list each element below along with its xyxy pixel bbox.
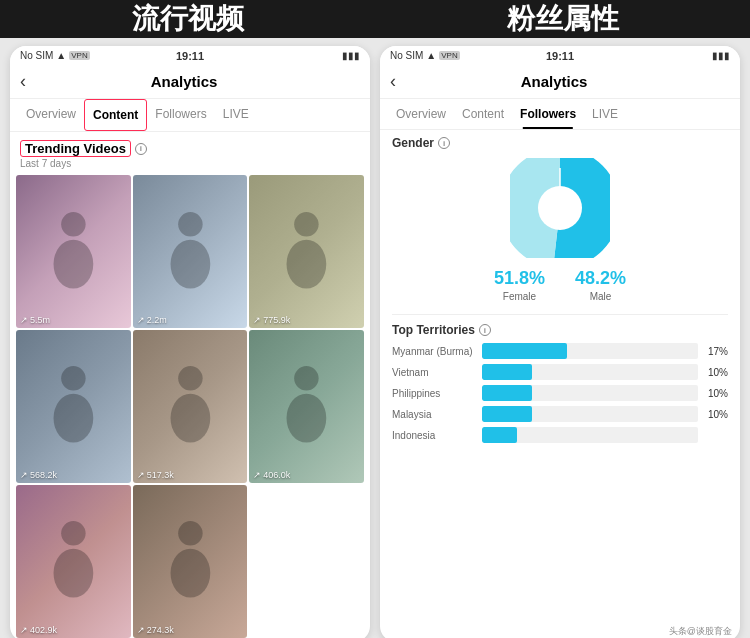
info-icon-trending: i (135, 143, 147, 155)
back-button-left[interactable]: ‹ (20, 71, 26, 92)
svg-point-6 (61, 367, 85, 391)
divider (392, 314, 728, 315)
section-title: Trending Videos i (20, 140, 360, 157)
svg-point-0 (61, 212, 85, 236)
video-thumb-1[interactable]: ↗ 2.2m (133, 175, 248, 328)
right-title: 粉丝属性 (507, 0, 619, 38)
info-icon-gender: i (438, 137, 450, 149)
video-grid: ↗ 5.5m↗ 2.2m↗ 775.9k↗ 568.2k↗ 517.3k↗ 40… (10, 171, 370, 638)
tab-content-right[interactable]: Content (454, 99, 512, 129)
tab-overview-left[interactable]: Overview (18, 99, 84, 131)
territory-pct-3: 10% (702, 409, 728, 420)
territory-bar-2 (482, 385, 532, 401)
gender-section: Gender i (392, 136, 728, 302)
svg-point-10 (294, 367, 318, 391)
territory-bar-4 (482, 427, 517, 443)
svg-point-11 (287, 394, 327, 443)
svg-point-15 (170, 549, 210, 598)
svg-point-7 (53, 394, 93, 443)
video-stat-1: ↗ 2.2m (137, 315, 167, 325)
gender-pie-chart (510, 158, 610, 258)
tab-bar-left: Overview Content Followers LIVE (10, 99, 370, 132)
female-label: Female (494, 291, 545, 302)
time-left: 19:11 (176, 50, 204, 62)
male-label: Male (575, 291, 626, 302)
figure-icon (156, 206, 225, 298)
svg-point-14 (178, 521, 202, 545)
back-button-right[interactable]: ‹ (390, 71, 396, 92)
svg-point-2 (178, 212, 202, 236)
video-thumb-3[interactable]: ↗ 568.2k (16, 330, 131, 483)
tab-bar-right: Overview Content Followers LIVE (380, 99, 740, 130)
territory-row-0: Myanmar (Burma)17% (392, 343, 728, 359)
nav-bar-left: ‹ Analytics (10, 65, 370, 99)
video-thumb-6[interactable]: ↗ 402.9k (16, 485, 131, 638)
figure-icon (39, 360, 108, 452)
tab-live-right[interactable]: LIVE (584, 99, 626, 129)
svg-point-12 (61, 521, 85, 545)
left-phone: No SIM ▲ VPN 19:11 ▮▮▮ ‹ Analytics Overv… (10, 46, 370, 638)
tab-followers-right[interactable]: Followers (512, 99, 584, 129)
video-thumb-0[interactable]: ↗ 5.5m (16, 175, 131, 328)
gender-stats: 51.8% Female 48.2% Male (392, 268, 728, 302)
tab-followers-left[interactable]: Followers (147, 99, 214, 131)
battery-icon-right: ▮▮▮ (712, 50, 730, 61)
territory-bar-container-4 (482, 427, 698, 443)
territory-row-4: Indonesia (392, 427, 728, 443)
status-bar-left: No SIM ▲ VPN 19:11 ▮▮▮ (10, 46, 370, 65)
left-title: 流行视频 (132, 0, 244, 38)
svg-point-9 (170, 394, 210, 443)
vpn-badge-left: VPN (69, 51, 89, 60)
video-thumb-2[interactable]: ↗ 775.9k (249, 175, 364, 328)
territory-bar-1 (482, 364, 532, 380)
territory-bar-container-3 (482, 406, 698, 422)
vpn-badge-right: VPN (439, 51, 459, 60)
right-title-bar: 粉丝属性 (375, 0, 750, 38)
video-stat-3: ↗ 568.2k (20, 470, 57, 480)
tab-content-left[interactable]: Content (84, 99, 147, 131)
tab-live-left[interactable]: LIVE (215, 99, 257, 131)
video-stat-6: ↗ 402.9k (20, 625, 57, 635)
male-percentage: 48.2% (575, 268, 626, 289)
territory-name-2: Philippines (392, 388, 482, 399)
video-thumb-7[interactable]: ↗ 274.3k (133, 485, 248, 638)
figure-icon (272, 360, 341, 452)
video-thumb-4[interactable]: ↗ 517.3k (133, 330, 248, 483)
carrier-right: No SIM (390, 50, 423, 61)
wifi-icon-left: ▲ (56, 50, 66, 61)
female-percentage: 51.8% (494, 268, 545, 289)
territory-name-4: Indonesia (392, 430, 482, 441)
territory-row-2: Philippines10% (392, 385, 728, 401)
svg-point-4 (294, 212, 318, 236)
svg-point-13 (53, 549, 93, 598)
source-label: 头条@谈股育金 (669, 626, 732, 636)
territory-bar-container-0 (482, 343, 698, 359)
status-bar-right: No SIM ▲ VPN 19:11 ▮▮▮ (380, 46, 740, 65)
source-area: 头条@谈股育金 (380, 618, 740, 638)
left-title-bar: 流行视频 (0, 0, 375, 38)
status-right-left: ▮▮▮ (342, 50, 360, 61)
figure-icon (156, 515, 225, 607)
status-left: No SIM ▲ VPN (20, 50, 90, 61)
nav-title-right: Analytics (404, 73, 704, 90)
section-header: Trending Videos i Last 7 days (10, 132, 370, 171)
followers-content: Gender i (380, 130, 740, 618)
figure-icon (156, 360, 225, 452)
territory-row-3: Malaysia10% (392, 406, 728, 422)
territory-row-1: Vietnam10% (392, 364, 728, 380)
tab-overview-right[interactable]: Overview (388, 99, 454, 129)
gender-label: Gender i (392, 136, 728, 150)
male-stat: 48.2% Male (575, 268, 626, 302)
svg-point-8 (178, 367, 202, 391)
territory-bar-0 (482, 343, 567, 359)
info-icon-territories: i (479, 324, 491, 336)
territory-name-0: Myanmar (Burma) (392, 346, 482, 357)
territory-name-1: Vietnam (392, 367, 482, 378)
territory-pct-2: 10% (702, 388, 728, 399)
territory-name-3: Malaysia (392, 409, 482, 420)
video-thumb-5[interactable]: ↗ 406.0k (249, 330, 364, 483)
section-subtitle: Last 7 days (20, 158, 360, 169)
battery-icon-left: ▮▮▮ (342, 50, 360, 61)
right-phone: No SIM ▲ VPN 19:11 ▮▮▮ ‹ Analytics Overv… (380, 46, 740, 638)
territory-bar-3 (482, 406, 532, 422)
